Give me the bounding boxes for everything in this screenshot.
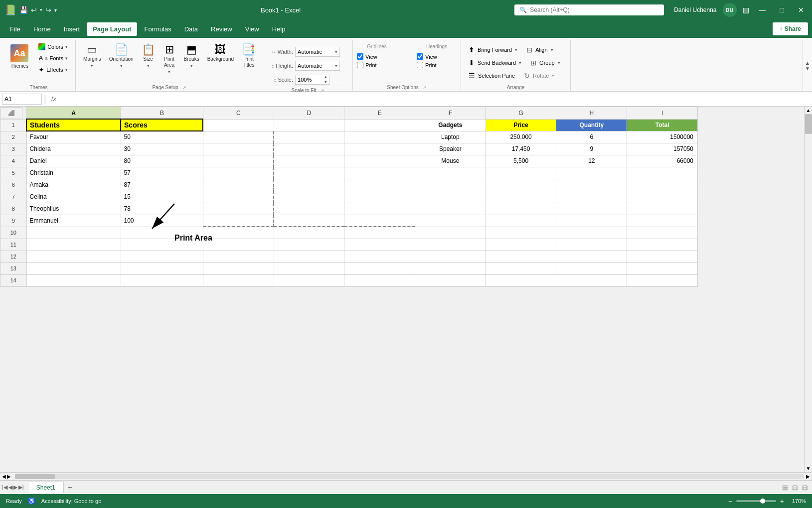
cell-B12[interactable] xyxy=(121,251,203,262)
next-sheet-btn[interactable]: ▶ xyxy=(13,484,17,491)
cell-D10[interactable] xyxy=(274,227,344,239)
cell-I4[interactable]: 66000 xyxy=(627,155,698,167)
cell-I3[interactable]: 157050 xyxy=(627,143,698,155)
cell-G11[interactable] xyxy=(486,239,556,251)
scale-input[interactable]: 100% ▲ ▼ xyxy=(295,75,330,85)
cell-D12[interactable] xyxy=(274,251,344,262)
cell-E11[interactable] xyxy=(344,239,415,251)
maximize-btn[interactable]: □ xyxy=(776,6,788,14)
cell-H7[interactable] xyxy=(556,191,627,203)
cell-I8[interactable] xyxy=(627,203,698,215)
cell-H5[interactable] xyxy=(556,167,627,179)
cell-C13[interactable] xyxy=(203,262,274,274)
cell-C5[interactable] xyxy=(203,167,274,179)
cell-F13[interactable] xyxy=(415,262,486,274)
cell-E4[interactable] xyxy=(344,155,415,167)
cell-E13[interactable] xyxy=(344,262,415,274)
menu-item-view[interactable]: View xyxy=(239,22,265,36)
cell-F7[interactable] xyxy=(415,191,486,203)
cell-H4[interactable]: 12 xyxy=(556,155,627,167)
cell-E3[interactable] xyxy=(344,143,415,155)
search-box[interactable]: 🔍 xyxy=(514,4,664,15)
colors-button[interactable]: Colors ▾ xyxy=(35,42,71,52)
cell-B4[interactable]: 80 xyxy=(121,155,203,167)
cell-H8[interactable] xyxy=(556,203,627,215)
cell-H6[interactable] xyxy=(556,179,627,191)
breaks-button[interactable]: ⬒ Breaks ▾ xyxy=(180,42,203,71)
vertical-scrollbar[interactable]: ▲ ▼ xyxy=(804,107,812,472)
cell-I2[interactable]: 1500000 xyxy=(627,131,698,143)
cell-B8[interactable]: 78 xyxy=(121,203,203,215)
cell-H2[interactable]: 6 xyxy=(556,131,627,143)
cell-G14[interactable] xyxy=(486,274,556,286)
cell-G8[interactable] xyxy=(486,203,556,215)
prev-sheet-btn[interactable]: ◀ xyxy=(8,484,12,491)
cell-G7[interactable] xyxy=(486,191,556,203)
scroll-left-btn[interactable]: ◀ xyxy=(2,474,6,479)
zoom-out-btn[interactable]: − xyxy=(728,497,732,505)
margins-button[interactable]: ▭ Margins ▾ xyxy=(80,42,105,71)
col-header-h[interactable]: H xyxy=(556,107,627,120)
cell-E2[interactable] xyxy=(344,131,415,143)
zoom-slider[interactable] xyxy=(736,500,776,502)
size-button[interactable]: 📋 Size ▾ xyxy=(138,42,159,71)
cell-G12[interactable] xyxy=(486,251,556,262)
height-select[interactable]: Automatic ▾ xyxy=(295,61,340,71)
headings-print-label[interactable]: Print xyxy=(417,62,457,68)
cell-H1[interactable]: Quantity xyxy=(556,119,627,131)
scale-down-btn[interactable]: ▼ xyxy=(324,80,327,85)
cell-D2[interactable] xyxy=(274,131,344,143)
cell-G2[interactable]: 250,000 xyxy=(486,131,556,143)
cell-A11[interactable] xyxy=(26,239,121,251)
cell-A4[interactable]: Daniel xyxy=(26,155,121,167)
cell-F8[interactable] xyxy=(415,203,486,215)
cell-I12[interactable] xyxy=(627,251,698,262)
cell-D13[interactable] xyxy=(274,262,344,274)
add-sheet-button[interactable]: + xyxy=(64,481,76,494)
bring-forward-button[interactable]: ⬆ Bring Forward ▾ xyxy=(465,44,521,56)
cell-H14[interactable] xyxy=(556,274,627,286)
cell-A3[interactable]: Chidera xyxy=(26,143,121,155)
cell-E7[interactable] xyxy=(344,191,415,203)
menu-item-insert[interactable]: Insert xyxy=(58,22,86,36)
cell-I10[interactable] xyxy=(627,227,698,239)
width-select[interactable]: Automatic ▾ xyxy=(295,47,340,57)
menu-item-home[interactable]: Home xyxy=(27,22,57,36)
cell-G13[interactable] xyxy=(486,262,556,274)
cell-C6[interactable] xyxy=(203,179,274,191)
print-area-button[interactable]: ⊞ PrintArea ▾ xyxy=(160,42,179,77)
scale-spinner[interactable]: ▲ ▼ xyxy=(324,75,327,85)
cell-E1[interactable] xyxy=(344,119,415,131)
cell-E12[interactable] xyxy=(344,251,415,262)
scale-expand-icon[interactable]: ↗ xyxy=(321,88,325,93)
cell-G10[interactable] xyxy=(486,227,556,239)
cell-A5[interactable]: Christain xyxy=(26,167,121,179)
cell-G3[interactable]: 17,450 xyxy=(486,143,556,155)
cell-F11[interactable] xyxy=(415,239,486,251)
cell-F5[interactable] xyxy=(415,167,486,179)
close-btn[interactable]: ✕ xyxy=(794,6,808,14)
undo-btn[interactable]: ↩ xyxy=(31,6,37,14)
cell-C10[interactable] xyxy=(203,227,274,239)
cell-D6[interactable] xyxy=(274,179,344,191)
view-normal-icon[interactable]: ⊞ xyxy=(782,484,788,492)
menu-item-help[interactable]: Help xyxy=(266,22,292,36)
headings-view-checkbox[interactable] xyxy=(417,53,423,60)
cell-A2[interactable]: Favour xyxy=(26,131,121,143)
scale-up-btn[interactable]: ▲ xyxy=(324,75,327,80)
cell-C2[interactable] xyxy=(203,131,274,143)
zoom-level[interactable]: 170% xyxy=(788,498,806,504)
cell-D9[interactable] xyxy=(274,215,344,227)
quick-save-btn[interactable]: 💾 xyxy=(19,6,28,14)
cell-H12[interactable] xyxy=(556,251,627,262)
headings-print-checkbox[interactable] xyxy=(417,62,423,68)
cell-B10[interactable] xyxy=(121,227,203,239)
undo-dropdown-btn[interactable]: ▾ xyxy=(40,7,42,12)
cell-D3[interactable] xyxy=(274,143,344,155)
align-button[interactable]: ⊟ Align ▾ xyxy=(523,44,556,56)
ribbon-scroll-up[interactable]: ▲ xyxy=(805,60,810,66)
scroll-up-btn[interactable]: ▲ xyxy=(805,107,812,114)
cell-B7[interactable]: 15 xyxy=(121,191,203,203)
cell-C7[interactable] xyxy=(203,191,274,203)
cell-C12[interactable] xyxy=(203,251,274,262)
